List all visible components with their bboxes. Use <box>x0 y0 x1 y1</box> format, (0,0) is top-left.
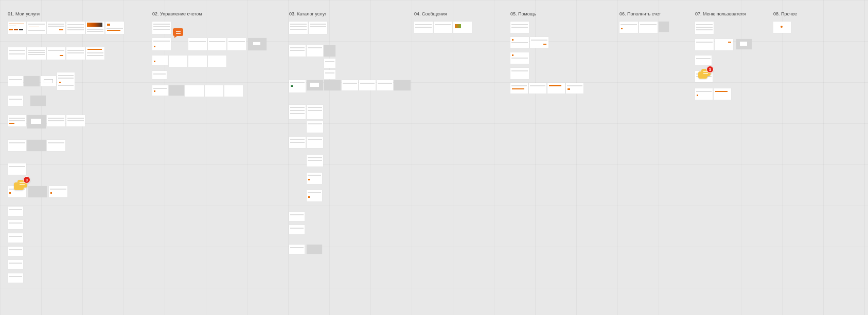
artboard[interactable] <box>715 39 733 50</box>
artboard[interactable] <box>152 85 168 96</box>
artboard[interactable] <box>453 22 472 33</box>
artboard[interactable] <box>289 45 306 57</box>
artboard[interactable] <box>510 68 529 79</box>
artboard[interactable] <box>8 96 23 106</box>
artboard[interactable] <box>169 85 184 96</box>
artboard[interactable] <box>324 70 335 79</box>
artboard[interactable] <box>8 163 26 175</box>
artboard[interactable] <box>377 80 393 90</box>
artboard[interactable] <box>414 22 433 33</box>
artboard[interactable] <box>248 38 267 50</box>
artboard[interactable] <box>152 55 168 65</box>
artboard[interactable] <box>66 115 85 126</box>
artboard[interactable] <box>8 260 23 269</box>
artboard[interactable] <box>773 22 791 33</box>
artboard[interactable] <box>86 47 104 60</box>
artboard[interactable] <box>208 38 226 50</box>
artboard[interactable] <box>434 22 452 33</box>
artboard[interactable] <box>169 55 187 67</box>
artboard[interactable] <box>289 105 306 119</box>
artboard[interactable] <box>27 140 46 151</box>
artboard[interactable] <box>188 55 207 67</box>
artboard[interactable] <box>695 39 714 50</box>
artboard[interactable] <box>307 190 322 201</box>
artboard[interactable] <box>66 47 85 60</box>
artboard[interactable] <box>307 45 323 57</box>
artboard[interactable] <box>324 45 335 57</box>
artboard[interactable] <box>529 83 546 94</box>
artboard[interactable] <box>659 22 669 32</box>
artboard[interactable] <box>307 137 323 148</box>
artboard[interactable] <box>47 22 65 34</box>
artboard[interactable] <box>307 105 323 119</box>
artboard[interactable] <box>566 83 583 94</box>
artboard[interactable] <box>714 88 731 100</box>
artboard[interactable] <box>8 273 23 283</box>
artboard[interactable] <box>152 71 167 79</box>
artboard[interactable] <box>324 80 341 90</box>
artboard[interactable] <box>24 76 40 86</box>
artboard[interactable] <box>289 212 305 221</box>
artboard[interactable] <box>619 22 638 33</box>
artboard[interactable] <box>510 22 529 33</box>
artboard[interactable] <box>342 80 358 90</box>
artboard[interactable] <box>695 22 714 34</box>
artboard[interactable] <box>510 83 528 94</box>
artboard[interactable] <box>8 220 23 229</box>
artboard[interactable] <box>8 115 26 126</box>
artboard[interactable] <box>41 76 56 86</box>
artboard[interactable] <box>530 37 548 48</box>
artboard[interactable] <box>307 121 323 133</box>
artboard[interactable] <box>547 83 565 94</box>
artboard[interactable] <box>27 115 46 128</box>
artboard[interactable] <box>289 245 305 254</box>
artboard[interactable] <box>8 247 23 256</box>
artboard[interactable] <box>227 38 246 50</box>
artboard[interactable] <box>394 80 411 90</box>
artboard[interactable] <box>105 22 124 34</box>
artboard[interactable] <box>224 85 243 97</box>
artboard[interactable] <box>27 47 46 60</box>
artboard[interactable] <box>66 22 85 34</box>
artboard[interactable] <box>205 85 223 97</box>
artboard[interactable] <box>27 22 46 34</box>
artboard[interactable] <box>289 80 306 92</box>
artboard[interactable] <box>289 137 306 148</box>
artboard[interactable] <box>30 96 46 106</box>
artboard[interactable] <box>309 22 327 34</box>
comment-icon[interactable] <box>173 28 182 36</box>
artboard[interactable] <box>307 245 322 254</box>
figma-canvas[interactable]: 01. Мои услуги <box>0 0 868 315</box>
artboard[interactable] <box>359 80 376 90</box>
artboard[interactable] <box>307 80 323 90</box>
artboard[interactable] <box>47 115 65 126</box>
artboard[interactable] <box>152 38 171 50</box>
artboard[interactable] <box>152 22 171 34</box>
artboard[interactable] <box>188 38 207 50</box>
artboard[interactable] <box>289 225 305 234</box>
comment-thread-icon[interactable]: 3 <box>698 68 713 83</box>
artboard[interactable] <box>510 37 529 48</box>
artboard[interactable] <box>695 88 713 100</box>
artboard[interactable] <box>47 47 65 60</box>
artboard[interactable] <box>57 72 75 90</box>
artboard[interactable] <box>86 22 104 34</box>
artboard[interactable] <box>208 55 226 67</box>
artboard[interactable] <box>47 140 65 151</box>
artboard[interactable] <box>736 39 752 49</box>
artboard[interactable] <box>510 52 529 64</box>
artboard[interactable] <box>307 155 323 166</box>
artboard[interactable] <box>289 22 308 34</box>
artboard[interactable] <box>695 55 712 65</box>
artboard[interactable] <box>8 76 23 86</box>
artboard[interactable] <box>307 173 322 184</box>
artboard[interactable] <box>8 140 26 151</box>
artboard[interactable] <box>8 22 26 34</box>
artboard[interactable] <box>49 186 67 197</box>
artboard[interactable] <box>8 233 23 243</box>
comment-thread-icon[interactable]: 3 <box>14 178 29 195</box>
artboard[interactable] <box>28 186 47 197</box>
artboard[interactable] <box>8 47 26 60</box>
artboard[interactable] <box>8 207 23 216</box>
artboard[interactable] <box>324 59 335 68</box>
